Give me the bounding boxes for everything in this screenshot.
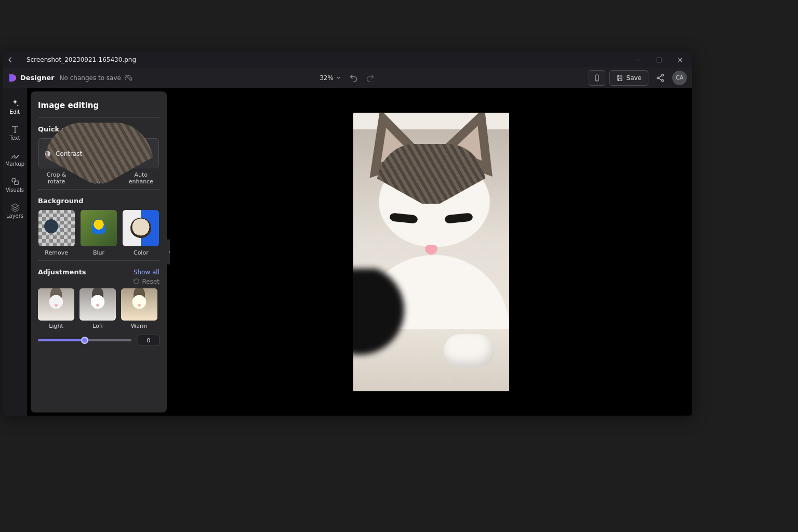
phone-icon	[593, 73, 601, 83]
share-button[interactable]	[653, 70, 668, 86]
panel-title: Image editing	[38, 101, 159, 110]
chevron-down-icon	[336, 75, 342, 81]
filter-lofi-thumb	[79, 288, 116, 321]
background-heading: Background	[38, 197, 159, 205]
share-icon	[656, 73, 665, 83]
svg-point-5	[12, 178, 16, 182]
filter-warm[interactable]: Warm	[121, 288, 157, 329]
contrast-label: Contrast	[56, 150, 82, 157]
bg-remove-thumb	[38, 210, 75, 246]
bg-blur-thumb	[81, 210, 117, 246]
main-area: Edit Text Markup Visuals	[3, 88, 692, 416]
adjustments-heading: Adjustments	[38, 268, 86, 276]
bg-remove[interactable]: Remove	[38, 210, 75, 256]
filter-light-thumb	[38, 288, 74, 321]
file-name: Screenshot_20230921-165430.png	[26, 56, 136, 63]
window-close-button[interactable]	[669, 52, 690, 68]
zoom-dropdown[interactable]: 32%	[320, 74, 342, 82]
brightness-row: Brightness 0	[38, 335, 159, 346]
rail-visuals[interactable]: Visuals	[3, 171, 27, 197]
rail-text[interactable]: Text	[3, 119, 27, 145]
app-window: Screenshot_20230921-165430.png Designer …	[3, 52, 692, 416]
rail-edit[interactable]: Edit	[3, 94, 27, 119]
canvas[interactable]	[170, 88, 692, 416]
svg-rect-0	[657, 58, 661, 62]
filter-light[interactable]: Light	[38, 288, 74, 329]
title-bar: Screenshot_20230921-165430.png	[3, 52, 692, 68]
shapes-icon	[10, 177, 20, 186]
bg-color-thumb	[123, 210, 159, 246]
layers-icon	[10, 203, 20, 212]
sparkle-icon	[10, 99, 20, 108]
edited-image[interactable]	[353, 113, 509, 391]
rail-layers[interactable]: Layers	[3, 197, 27, 223]
designer-logo-icon	[8, 73, 17, 83]
brightness-value: 0	[138, 335, 159, 346]
save-status: No changes to save	[60, 74, 132, 82]
text-icon	[10, 125, 20, 134]
window-minimize-button[interactable]	[628, 52, 648, 68]
cloud-off-icon	[124, 74, 132, 82]
reset-icon	[133, 278, 140, 285]
app-toolbar: Designer No changes to save 32% Save	[3, 68, 692, 88]
save-icon	[616, 74, 623, 82]
contrast-icon	[44, 150, 51, 157]
tool-rail: Edit Text Markup Visuals	[3, 88, 28, 416]
app-name: Designer	[20, 74, 55, 82]
brightness-slider[interactable]	[38, 339, 131, 341]
undo-button[interactable]	[349, 73, 358, 83]
bg-color[interactable]: Color	[123, 210, 159, 256]
bg-blur[interactable]: Blur	[80, 210, 117, 256]
redo-button[interactable]	[366, 73, 375, 83]
window-maximize-button[interactable]	[648, 52, 669, 68]
reset-button[interactable]: Reset	[38, 278, 159, 285]
save-button[interactable]: Save	[609, 70, 648, 86]
back-button[interactable]	[7, 56, 17, 63]
user-avatar[interactable]: CA	[672, 71, 687, 85]
device-preview-button[interactable]	[589, 70, 605, 86]
filter-lofi[interactable]: Lofi	[79, 288, 116, 329]
draw-icon	[10, 151, 20, 160]
edit-panel: Image editing Quick actions Crop & rotat…	[31, 91, 167, 413]
rail-markup[interactable]: Markup	[3, 145, 27, 171]
filter-warm-thumb	[121, 288, 157, 321]
show-all-link[interactable]: Show all	[134, 269, 159, 276]
